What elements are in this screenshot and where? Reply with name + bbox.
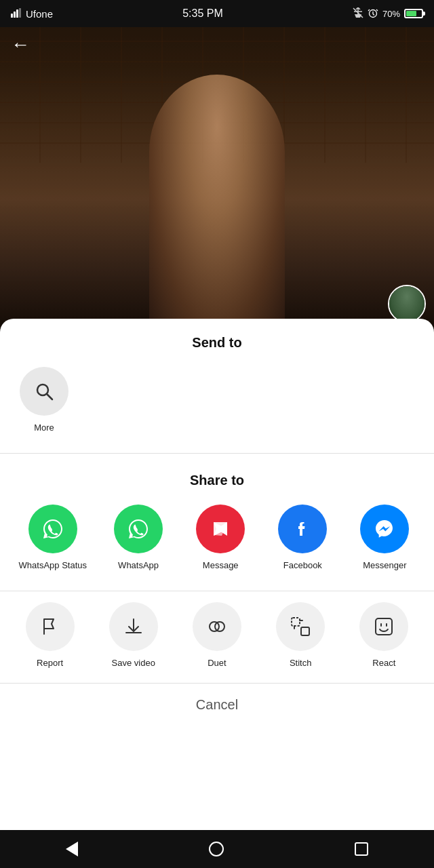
nav-recents-button[interactable] xyxy=(338,837,384,861)
message-label: Message xyxy=(203,560,239,572)
react-icon-circle xyxy=(359,602,408,651)
status-bar: Ufone 5:35 PM 70% xyxy=(0,0,434,27)
divider-2 xyxy=(0,591,434,591)
flag-icon xyxy=(39,615,62,638)
cancel-button[interactable]: Cancel xyxy=(0,683,434,726)
nav-back-button[interactable] xyxy=(50,836,94,862)
action-row: Report Save video Duet xyxy=(0,597,434,683)
stitch-label: Stitch xyxy=(290,658,312,669)
duet-icon xyxy=(205,615,229,638)
svg-rect-1 xyxy=(14,12,16,18)
share-message[interactable]: Message xyxy=(190,505,251,572)
home-circle-icon xyxy=(209,842,224,856)
facebook-label: Facebook xyxy=(283,560,322,572)
download-icon xyxy=(122,615,145,638)
save-video-label: Save video xyxy=(112,658,155,669)
more-icon-circle xyxy=(20,367,68,416)
report-label: Report xyxy=(37,658,63,669)
facebook-icon xyxy=(290,517,315,541)
alarm-icon xyxy=(368,7,378,20)
share-whatsapp-status[interactable]: WhatsApp Status xyxy=(19,505,87,572)
more-option[interactable]: More xyxy=(14,367,75,434)
message-icon-circle xyxy=(196,505,245,553)
messenger-icon xyxy=(372,517,397,541)
back-button[interactable]: ← xyxy=(11,34,30,56)
messenger-label: Messenger xyxy=(363,560,406,572)
whatsapp-status-label: WhatsApp Status xyxy=(19,560,87,572)
recents-square-icon xyxy=(355,842,368,856)
video-background xyxy=(0,0,434,332)
more-label: More xyxy=(34,422,54,434)
action-save-video[interactable]: Save video xyxy=(103,602,164,669)
bottom-sheet: Send to More Share to WhatsApp Status xyxy=(0,319,434,868)
svg-rect-14 xyxy=(376,618,392,635)
signal-icon xyxy=(11,8,23,20)
svg-rect-12 xyxy=(292,618,300,626)
action-duet[interactable]: Duet xyxy=(186,602,248,669)
send-to-row: More xyxy=(0,361,434,448)
svg-rect-2 xyxy=(16,9,18,18)
back-triangle-icon xyxy=(66,842,78,856)
nav-home-button[interactable] xyxy=(193,836,240,862)
status-carrier: Ufone xyxy=(11,8,53,20)
share-grid: WhatsApp Status WhatsApp xyxy=(0,499,434,585)
svg-rect-3 xyxy=(19,8,21,18)
whatsapp-label: WhatsApp xyxy=(118,560,159,572)
whatsapp-logo-2 xyxy=(126,517,151,541)
action-stitch[interactable]: Stitch xyxy=(270,602,331,669)
share-whatsapp[interactable]: WhatsApp xyxy=(108,505,169,572)
whatsapp-status-icon xyxy=(28,505,77,553)
svg-line-7 xyxy=(47,394,52,399)
whatsapp-logo xyxy=(41,517,65,541)
stitch-icon-circle xyxy=(276,602,325,651)
svg-rect-13 xyxy=(301,627,309,635)
status-icons: 70% xyxy=(353,7,423,20)
message-icon xyxy=(208,517,233,541)
share-to-title: Share to xyxy=(0,459,434,499)
action-report[interactable]: Report xyxy=(20,602,81,669)
share-facebook[interactable]: Facebook xyxy=(272,505,333,572)
report-icon-circle xyxy=(26,602,75,651)
carrier-name: Ufone xyxy=(26,8,53,20)
messenger-icon-circle xyxy=(360,505,409,553)
facebook-icon-circle xyxy=(278,505,327,553)
status-time: 5:35 PM xyxy=(182,7,223,20)
share-messenger[interactable]: Messenger xyxy=(354,505,415,572)
svg-rect-0 xyxy=(11,14,13,18)
search-icon xyxy=(33,380,55,402)
react-label: React xyxy=(372,658,395,669)
duet-label: Duet xyxy=(208,658,226,669)
battery-percentage: 70% xyxy=(382,9,400,19)
battery-icon xyxy=(404,9,423,18)
navigation-bar xyxy=(0,830,434,868)
react-icon xyxy=(372,615,395,638)
divider-1 xyxy=(0,453,434,454)
save-video-icon-circle xyxy=(109,602,158,651)
mute-icon xyxy=(353,7,363,20)
action-react[interactable]: React xyxy=(353,602,414,669)
send-to-title: Send to xyxy=(0,319,434,361)
stitch-icon xyxy=(289,615,312,638)
whatsapp-icon xyxy=(114,505,163,553)
avatar-thumbnail[interactable] xyxy=(388,285,426,323)
duet-icon-circle xyxy=(193,602,241,651)
